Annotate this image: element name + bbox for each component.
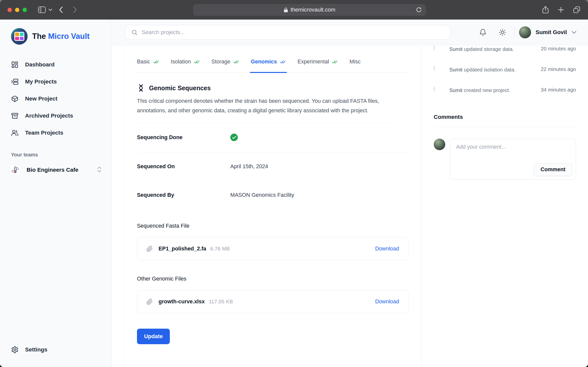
search-input[interactable] bbox=[142, 29, 444, 36]
app-logo bbox=[11, 28, 28, 45]
tab-group-chevron-icon[interactable] bbox=[46, 9, 52, 11]
field-value: MASON Genomics Facility bbox=[230, 192, 294, 198]
update-button[interactable]: Update bbox=[137, 329, 170, 344]
activity-time: 20 minutes ago bbox=[536, 46, 576, 53]
new-tab-icon[interactable] bbox=[557, 6, 564, 13]
sidebar-item-label: Team Projects bbox=[25, 130, 63, 136]
form-tabs: Basic Isolation Storage bbox=[137, 45, 408, 73]
browser-window: themicrovault.com bbox=[0, 0, 588, 367]
activity-item: Sumit updated isolation data. 22 minutes… bbox=[434, 64, 576, 84]
fasta-file-heading: Sequenced Fasta File bbox=[137, 223, 408, 229]
address-bar[interactable]: themicrovault.com bbox=[193, 4, 426, 16]
user-menu[interactable]: Sumit Govil bbox=[519, 26, 576, 38]
section-description: This critical component denotes whether … bbox=[137, 96, 398, 123]
comment-submit-button[interactable]: Comment bbox=[534, 163, 572, 176]
tab-overview-icon[interactable] bbox=[573, 6, 580, 14]
url-text: themicrovault.com bbox=[290, 7, 335, 13]
tab-storage[interactable]: Storage bbox=[211, 59, 239, 72]
sidebar: The Micro Vault Dashboard My Projects bbox=[0, 20, 112, 367]
section-title: Genomic Sequences bbox=[149, 84, 211, 92]
gear-icon bbox=[11, 346, 19, 353]
comments-heading: Comments bbox=[434, 114, 576, 127]
forward-button[interactable] bbox=[73, 7, 77, 13]
zoom-window-button[interactable] bbox=[23, 8, 27, 12]
close-window-button[interactable] bbox=[8, 8, 12, 12]
theme-toggle-sun-icon[interactable] bbox=[493, 29, 512, 36]
main-content: Basic Isolation Storage bbox=[112, 45, 421, 367]
field-label: Sequenced By bbox=[137, 192, 230, 198]
activity-text: Sumit updated isolation data. bbox=[449, 66, 516, 73]
my-projects-icon bbox=[11, 78, 19, 85]
team-switch-icon[interactable] bbox=[97, 166, 102, 174]
file-size: 117.05 KB bbox=[209, 299, 233, 305]
sidebar-nav: Dashboard My Projects New Project bbox=[0, 56, 112, 141]
dashboard-icon bbox=[11, 61, 19, 68]
notifications-bell-icon[interactable] bbox=[473, 28, 493, 36]
back-button[interactable] bbox=[59, 7, 63, 13]
double-check-icon bbox=[194, 60, 200, 64]
brand: The Micro Vault bbox=[0, 27, 112, 46]
tab-genomics[interactable]: Genomics bbox=[251, 59, 286, 72]
team-selector[interactable]: Bio Engineers Cafe bbox=[10, 164, 102, 176]
activity-timeline: Sumit updated storage data. 20 minutes a… bbox=[434, 45, 576, 105]
commenter-avatar bbox=[434, 139, 445, 150]
paperclip-icon bbox=[146, 245, 153, 252]
team-avatar bbox=[10, 164, 21, 176]
fasta-file-row: EP1_polished_2.fa 6.76 MB Download bbox=[137, 237, 408, 260]
search-bar[interactable] bbox=[125, 25, 450, 40]
double-check-icon bbox=[233, 60, 239, 64]
sidebar-item-team-projects[interactable]: Team Projects bbox=[0, 124, 112, 141]
file-size: 6.76 MB bbox=[210, 246, 230, 252]
double-check-icon bbox=[332, 60, 338, 64]
tab-experimental[interactable]: Experimental bbox=[298, 59, 338, 72]
double-check-icon bbox=[153, 60, 159, 64]
other-file-row: growth-curve.xlsx 117.05 KB Download bbox=[137, 290, 408, 313]
check-circle-icon bbox=[230, 134, 238, 141]
app-header: Sumit Govil bbox=[112, 20, 588, 45]
timeline-dot-icon bbox=[434, 86, 435, 91]
sidebar-item-my-projects[interactable]: My Projects bbox=[0, 73, 112, 90]
download-link[interactable]: Download bbox=[375, 299, 399, 305]
comment-input[interactable] bbox=[450, 139, 576, 162]
minimize-window-button[interactable] bbox=[15, 8, 19, 12]
double-check-icon bbox=[280, 60, 286, 64]
lock-icon bbox=[284, 7, 288, 13]
team-name: Bio Engineers Cafe bbox=[27, 167, 78, 173]
activity-time: 22 minutes ago bbox=[536, 66, 576, 73]
activity-item: Sumit updated storage data. 20 minutes a… bbox=[434, 45, 576, 64]
field-label: Sequencing Done bbox=[137, 134, 230, 141]
download-link[interactable]: Download bbox=[375, 246, 399, 252]
sidebar-item-archived-projects[interactable]: Archived Projects bbox=[0, 107, 112, 124]
paperclip-icon bbox=[146, 298, 153, 305]
archive-icon bbox=[11, 112, 19, 120]
browser-chrome: themicrovault.com bbox=[0, 0, 588, 20]
timeline-dot-icon bbox=[434, 66, 435, 71]
activity-item: Sumit created new project. 34 minutes ag… bbox=[434, 84, 576, 105]
field-sequencing-done: Sequencing Done bbox=[137, 123, 408, 152]
dna-icon bbox=[137, 84, 145, 92]
file-name: EP1_polished_2.fa bbox=[159, 246, 206, 252]
sidebar-toggle-icon[interactable] bbox=[38, 6, 46, 13]
sidebar-item-label: Settings bbox=[25, 346, 47, 353]
comment-box: Comment bbox=[450, 139, 576, 180]
sidebar-item-dashboard[interactable]: Dashboard bbox=[0, 56, 112, 73]
timeline-dot-icon bbox=[434, 45, 435, 50]
tab-misc[interactable]: Misc bbox=[349, 59, 360, 72]
users-icon bbox=[11, 129, 19, 137]
activity-time: 34 minutes ago bbox=[536, 87, 576, 94]
field-value: April 15th, 2024 bbox=[230, 163, 268, 170]
tab-basic[interactable]: Basic bbox=[137, 59, 159, 72]
traffic-lights bbox=[8, 8, 27, 12]
tab-isolation[interactable]: Isolation bbox=[171, 59, 200, 72]
share-icon[interactable] bbox=[542, 6, 549, 14]
reload-icon[interactable] bbox=[416, 7, 422, 13]
chevron-down-icon bbox=[571, 31, 576, 34]
file-name: growth-curve.xlsx bbox=[159, 299, 205, 305]
sidebar-item-new-project[interactable]: New Project bbox=[0, 90, 112, 107]
sidebar-item-settings[interactable]: Settings bbox=[0, 341, 112, 358]
other-files-heading: Other Genomic Files bbox=[137, 276, 408, 282]
activity-panel: Sumit updated storage data. 20 minutes a… bbox=[421, 45, 588, 367]
comment-composer: Comment bbox=[434, 139, 576, 180]
app-title: The Micro Vault bbox=[32, 32, 90, 41]
search-icon bbox=[131, 29, 138, 36]
